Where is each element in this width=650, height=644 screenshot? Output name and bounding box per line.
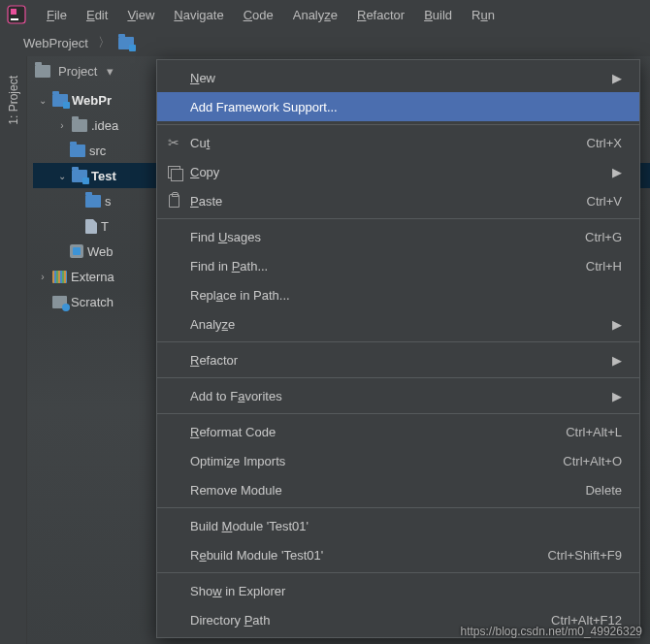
menu-separator — [157, 507, 639, 508]
submenu-arrow-icon: ▶ — [612, 71, 622, 85]
scratches-icon — [52, 296, 67, 308]
ctx-rebuild-module[interactable]: Rebuild Module 'Test01' Ctrl+Shift+F9 — [157, 540, 639, 569]
submenu-arrow-icon: ▶ — [612, 317, 622, 332]
file-icon — [85, 219, 97, 234]
tree-label: .idea — [91, 118, 118, 133]
tree-label: T — [101, 219, 109, 234]
tree-label: src — [89, 144, 106, 158]
tree-label: Externa — [71, 270, 114, 284]
menu-view[interactable]: View — [117, 4, 164, 26]
menu-build[interactable]: Build — [414, 4, 462, 26]
tree-label: Test — [91, 169, 116, 183]
menu-separator — [157, 218, 639, 219]
submenu-arrow-icon: ▶ — [612, 389, 622, 403]
menu-run[interactable]: Run — [462, 4, 504, 26]
copy-icon — [165, 166, 182, 178]
svg-rect-1 — [11, 9, 16, 15]
module-folder-icon — [72, 170, 87, 182]
breadcrumb-root[interactable]: WebProject — [19, 34, 92, 52]
rail-project-tab[interactable]: 1: Project — [7, 70, 20, 131]
ctx-find-in-path[interactable]: Find in Path... Ctrl+H — [157, 251, 639, 280]
module-folder-icon — [118, 37, 134, 49]
menu-refactor[interactable]: Refactor — [347, 4, 414, 26]
tree-label: WebPr — [72, 93, 112, 108]
menu-edit[interactable]: Edit — [77, 4, 117, 26]
menu-separator — [157, 341, 639, 342]
libraries-icon — [52, 271, 67, 283]
ctx-refactor[interactable]: Refactor ▶ — [157, 345, 639, 374]
ctx-remove-module[interactable]: Remove Module Delete — [157, 475, 639, 504]
menu-separator — [157, 572, 639, 573]
menu-code[interactable]: Code — [234, 4, 283, 26]
source-folder-icon — [85, 195, 101, 208]
ctx-add-favorites[interactable]: Add to Favorites ▶ — [157, 381, 639, 410]
tree-label: Web — [87, 244, 114, 259]
ctx-paste[interactable]: Paste Ctrl+V — [157, 186, 639, 215]
menu-analyze[interactable]: Analyze — [283, 4, 347, 26]
folder-icon — [72, 119, 87, 132]
submenu-arrow-icon: ▶ — [612, 165, 622, 179]
ctx-new[interactable]: New ▶ — [157, 63, 639, 92]
ctx-replace-in-path[interactable]: Replace in Path... — [157, 280, 639, 309]
submenu-arrow-icon: ▶ — [612, 353, 622, 368]
breadcrumb-sep-icon: 〉 — [98, 34, 111, 51]
menu-separator — [157, 377, 639, 378]
module-folder-icon — [52, 94, 68, 107]
svg-rect-2 — [11, 18, 18, 20]
chevron-down-icon[interactable]: ▾ — [107, 64, 114, 79]
menu-separator — [157, 413, 639, 414]
watermark-text: https://blog.csdn.net/m0_49926329 — [461, 625, 642, 638]
tree-label: Scratch — [71, 295, 114, 309]
breadcrumb: WebProject 〉 — [0, 29, 650, 56]
menu-navigate[interactable]: Navigate — [164, 4, 233, 26]
ctx-analyze[interactable]: Analyze ▶ — [157, 309, 639, 338]
ctx-build-module[interactable]: Build Module 'Test01' — [157, 511, 639, 540]
menu-separator — [157, 124, 639, 125]
context-menu: New ▶ Add Framework Support... ✂ Cut Ctr… — [156, 59, 640, 638]
folder-icon — [35, 65, 50, 78]
expand-toggle-icon[interactable]: › — [37, 272, 49, 282]
ctx-copy[interactable]: Copy ▶ — [157, 157, 639, 186]
source-folder-icon — [70, 145, 85, 157]
panel-title: Project — [58, 64, 97, 79]
expand-toggle-icon[interactable]: ⌄ — [56, 171, 68, 181]
ctx-reformat-code[interactable]: Reformat Code Ctrl+Alt+L — [157, 417, 639, 446]
menu-file[interactable]: File — [37, 4, 77, 26]
ctx-find-usages[interactable]: Find Usages Ctrl+G — [157, 222, 639, 251]
main-menubar: File Edit View Navigate Code Analyze Ref… — [0, 0, 650, 29]
app-logo — [6, 4, 27, 25]
ctx-add-framework-support[interactable]: Add Framework Support... — [157, 92, 639, 121]
paste-icon — [165, 194, 182, 208]
ctx-show-in-explorer[interactable]: Show in Explorer — [157, 576, 639, 605]
expand-toggle-icon[interactable]: ⌄ — [37, 95, 49, 106]
ctx-cut[interactable]: ✂ Cut Ctrl+X — [157, 128, 639, 157]
tool-window-rail: 1: Project — [0, 56, 27, 644]
tree-label: s — [105, 194, 112, 209]
iml-icon — [70, 244, 83, 258]
scissors-icon: ✂ — [165, 135, 182, 150]
expand-toggle-icon[interactable]: › — [56, 120, 68, 131]
ctx-optimize-imports[interactable]: Optimize Imports Ctrl+Alt+O — [157, 446, 639, 475]
